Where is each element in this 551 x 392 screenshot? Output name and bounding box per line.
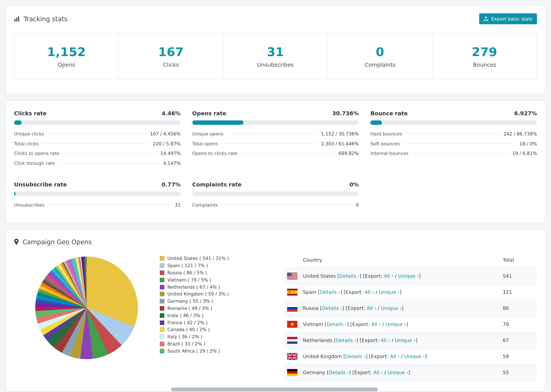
country-cell: Russia [Details ›] [Export: All › / Uniq… — [303, 305, 503, 311]
legend-item-india[interactable]: India ( 46 / 3% ) — [160, 312, 229, 319]
detail-label: Internal bounces — [370, 149, 409, 159]
export-all-link[interactable]: All › — [365, 289, 374, 295]
legend-item-italy[interactable]: Italy ( 36 / 2% ) — [160, 333, 229, 341]
detail-value: 14.497% — [160, 149, 181, 159]
legend-label: France ( 42 / 2% ) — [167, 320, 208, 325]
stat-box-opens: 1,152Opens — [14, 33, 119, 79]
progress-bar — [192, 192, 359, 196]
export-unique-link[interactable]: Unique › — [386, 321, 406, 327]
export-all-link[interactable]: All › — [390, 354, 400, 359]
table-header-total: Total — [503, 257, 537, 263]
export-unique-link[interactable]: Unique › — [381, 305, 402, 311]
tracking-stats-title: Tracking stats — [14, 15, 67, 22]
legend-swatch — [160, 271, 164, 275]
rate-panel-unsubscribe-rate: Unsubscribe rate0.77%Unsubscribes31 — [14, 181, 181, 210]
stat-box-bounces: 279Bounces — [432, 33, 537, 79]
details-link[interactable]: Details › — [339, 273, 360, 279]
detail-label: Click through rate — [14, 159, 55, 168]
country-cell: Germany [Details ›] [Export: All › / Uni… — [303, 370, 503, 375]
country-cell: United Kingdom [Details ›] [Export: All … — [303, 354, 503, 359]
bracket-text: [ — [332, 337, 336, 343]
export-unique-link[interactable]: Unique › — [404, 354, 425, 359]
rate-value: 0% — [349, 181, 359, 188]
legend-label: United States ( 541 / 31% ) — [167, 256, 229, 261]
stat-value: 1,152 — [14, 45, 119, 59]
export-unique-link[interactable]: Unique › — [388, 370, 408, 375]
table-row-russia: Russia [Details ›] [Export: All › / Uniq… — [284, 300, 537, 316]
bracket-text: [ — [336, 273, 339, 279]
export-unique-link[interactable]: Unique › — [395, 337, 416, 343]
bracket-text: ] — [416, 337, 417, 343]
details-link[interactable]: Details › — [329, 370, 349, 375]
legend-item-brazil[interactable]: Brazil ( 33 / 2% ) — [160, 340, 229, 348]
export-all-link[interactable]: All › — [384, 273, 394, 279]
legend-item-south-africa[interactable]: South Africa ( 29 / 2% ) — [160, 348, 229, 355]
legend-swatch — [160, 292, 164, 296]
legend-swatch — [160, 306, 164, 311]
total-cell: 79 — [503, 321, 537, 327]
legend-item-romania[interactable]: Romania ( 49 / 3% ) — [160, 305, 229, 312]
bracket-text: ] — [425, 354, 427, 359]
stat-box-unsubscribes: 31Unsubscribes — [224, 33, 328, 79]
total-cell: 55 — [503, 370, 537, 375]
detail-value: 0 — [356, 200, 359, 210]
bracket-text: ] [Export: — [366, 354, 390, 359]
details-link[interactable]: Details › — [320, 289, 340, 295]
geo-header: Campaign Geo Opens — [6, 229, 545, 250]
dotted-leader — [404, 133, 501, 134]
rate-panel-clicks-rate: Clicks rate4.46%Unique clicks167 / 4.456… — [14, 110, 181, 168]
bracket-text: [ — [318, 305, 322, 311]
legend-item-spain[interactable]: Spain ( 121 / 7% ) — [160, 262, 229, 269]
export-all-link[interactable]: All › — [371, 321, 381, 327]
details-link[interactable]: Details › — [322, 305, 342, 311]
legend-item-russia[interactable]: Russia ( 86 / 5% ) — [160, 269, 229, 276]
legend-swatch — [160, 285, 164, 289]
progress-fill — [192, 120, 243, 125]
legend-item-vietnam[interactable]: Vietnam ( 79 / 5% ) — [160, 276, 229, 284]
table-row-united-states: United States [Details ›] [Export: All ›… — [284, 268, 537, 284]
rates-card: Clicks rate4.46%Unique clicks167 / 4.456… — [6, 101, 545, 223]
bracket-text: / — [381, 321, 386, 327]
location-pin-icon — [14, 239, 19, 245]
detail-row: Clicks to opens rate14.497% — [14, 149, 181, 159]
export-all-link[interactable]: All › — [373, 370, 383, 375]
geo-pie-chart[interactable] — [35, 256, 138, 359]
progress-bar — [192, 120, 359, 125]
detail-row: Soft bounces18 / 0% — [370, 139, 537, 149]
table-header-row: CountryTotal — [284, 252, 537, 268]
horizontal-scrollbar-thumb[interactable] — [171, 388, 378, 391]
export-unique-link[interactable]: Unique › — [379, 289, 399, 295]
details-link[interactable]: Details › — [336, 337, 356, 343]
export-all-link[interactable]: All › — [381, 337, 390, 343]
dotted-leader — [58, 163, 161, 163]
geo-table: CountryTotalUnited States [Details ›] [E… — [284, 252, 537, 381]
detail-value: 1,152 / 30.736% — [321, 129, 359, 139]
geo-title: Campaign Geo Opens — [14, 238, 92, 245]
bracket-text: [ — [325, 370, 329, 375]
tracking-stats-header: Tracking stats Export basic stats — [6, 6, 545, 32]
flag-us-icon — [287, 273, 297, 279]
details-link[interactable]: Details › — [345, 354, 366, 359]
export-basic-stats-button[interactable]: Export basic stats — [479, 13, 537, 24]
rate-title-row: Opens rate30.736% — [192, 110, 359, 117]
country-cell: Netherlands [Details ›] [Export: All › /… — [303, 337, 503, 343]
rate-title: Clicks rate — [14, 110, 47, 117]
export-all-link[interactable]: All › — [367, 305, 376, 311]
legend-item-canada[interactable]: Canada ( 40 / 2% ) — [160, 326, 229, 333]
legend-swatch — [160, 335, 164, 339]
legend-label: Russia ( 86 / 5% ) — [167, 270, 207, 275]
legend-item-united-kingdom[interactable]: United Kingdom ( 59 / 3% ) — [160, 291, 229, 298]
rate-value: 4.46% — [162, 110, 181, 117]
detail-row: Total opens2,303 / 61.446% — [192, 139, 359, 149]
details-link[interactable]: Details › — [326, 321, 347, 327]
legend-item-germany[interactable]: Germany ( 55 / 3% ) — [160, 298, 229, 305]
bracket-text: ] — [399, 289, 401, 295]
table-row-germany: Germany [Details ›] [Export: All › / Uni… — [284, 364, 537, 381]
legend-item-netherlands[interactable]: Netherlands ( 67 / 4% ) — [160, 283, 229, 291]
legend-label: Brazil ( 33 / 2% ) — [167, 341, 205, 347]
legend-item-france[interactable]: France ( 42 / 2% ) — [160, 319, 229, 326]
legend-item-united-states[interactable]: United States ( 541 / 31% ) — [160, 255, 229, 262]
export-unique-link[interactable]: Unique › — [398, 273, 419, 279]
flag-vn-icon — [287, 321, 297, 328]
legend-swatch — [160, 313, 164, 318]
